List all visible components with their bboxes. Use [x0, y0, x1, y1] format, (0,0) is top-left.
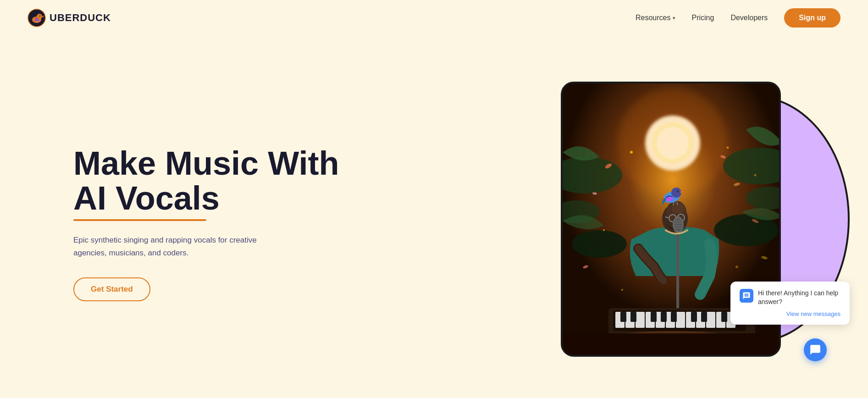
svg-rect-48 — [676, 312, 685, 328]
svg-rect-54 — [620, 312, 626, 322]
hero-section: Make Music With AI Vocals Epic synthetic… — [0, 36, 868, 384]
svg-point-66 — [678, 191, 679, 191]
svg-rect-51 — [706, 312, 715, 328]
hero-subtitle: Epic synthetic singing and rapping vocal… — [73, 234, 266, 259]
svg-rect-77 — [563, 333, 779, 355]
svg-point-4 — [39, 16, 40, 17]
hero-right: Hi there! Anything I can help answer? Vi… — [547, 68, 840, 380]
chat-support-icon — [740, 289, 753, 303]
svg-point-75 — [735, 265, 738, 268]
logo-icon — [28, 9, 46, 27]
svg-rect-56 — [651, 312, 657, 322]
svg-rect-59 — [691, 312, 697, 322]
svg-rect-60 — [701, 312, 707, 322]
svg-point-71 — [727, 147, 729, 149]
svg-point-73 — [754, 174, 757, 177]
hero-title: Make Music With AI Vocals — [73, 146, 339, 216]
nav-pricing[interactable]: Pricing — [692, 14, 714, 22]
nav-links: Resources ▾ Pricing Developers Sign up — [636, 8, 840, 28]
nav-resources[interactable]: Resources ▾ — [636, 14, 675, 22]
support-icon — [742, 292, 751, 300]
svg-rect-58 — [671, 312, 677, 322]
svg-rect-55 — [630, 312, 636, 322]
svg-point-64 — [671, 188, 681, 198]
view-messages-link[interactable]: View new messages — [740, 310, 840, 317]
navbar: UBERDUCK Resources ▾ Pricing Developers … — [0, 0, 868, 36]
svg-point-72 — [603, 229, 605, 231]
logo-text: UBERDUCK — [50, 12, 111, 24]
hero-title-underline — [73, 219, 206, 221]
nav-developers[interactable]: Developers — [730, 14, 768, 22]
svg-point-15 — [572, 230, 627, 258]
get-started-button[interactable]: Get Started — [73, 277, 150, 301]
logo[interactable]: UBERDUCK — [28, 9, 111, 27]
chat-bubble: Hi there! Anything I can help answer? Vi… — [730, 282, 850, 325]
svg-point-74 — [621, 289, 623, 291]
svg-rect-33 — [676, 226, 679, 317]
chat-circle-icon — [809, 344, 821, 356]
svg-rect-44 — [636, 312, 645, 328]
svg-point-70 — [630, 151, 633, 154]
chevron-down-icon: ▾ — [673, 15, 675, 21]
signup-button[interactable]: Sign up — [784, 8, 840, 28]
svg-rect-61 — [721, 312, 727, 322]
chat-bubble-header: Hi there! Anything I can help answer? — [740, 289, 840, 307]
hero-left: Make Music With AI Vocals Epic synthetic… — [73, 146, 339, 301]
svg-point-35 — [674, 218, 682, 231]
chat-circle-button[interactable] — [804, 338, 827, 361]
chat-message-text: Hi there! Anything I can help answer? — [758, 289, 840, 307]
svg-rect-57 — [661, 312, 667, 322]
svg-point-12 — [618, 88, 728, 198]
